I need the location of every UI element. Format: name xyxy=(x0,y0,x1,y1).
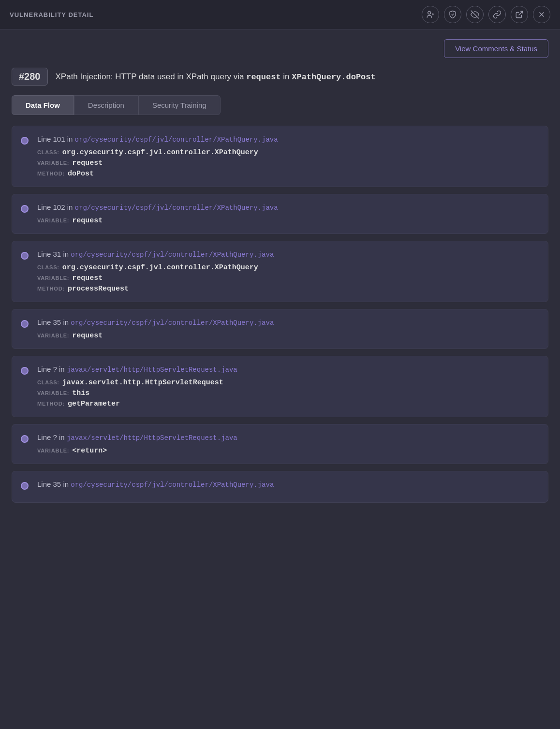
titlebar-actions xyxy=(422,6,550,23)
meta-label: VARIABLE: xyxy=(37,160,69,166)
flow-meta: CLASS:javax.servlet.http.HttpServletRequ… xyxy=(37,379,538,408)
flow-dot-icon xyxy=(21,205,29,213)
vulnerability-id: #280 xyxy=(12,68,48,86)
vulnerability-variable: request xyxy=(246,73,280,82)
flow-meta-row: VARIABLE:request xyxy=(37,217,538,225)
flow-meta-row: VARIABLE:request xyxy=(37,159,538,167)
flow-meta-row: METHOD:processRequest xyxy=(37,285,538,293)
flow-file-line: Line ? in javax/servlet/http/HttpServlet… xyxy=(37,365,538,374)
meta-value: request xyxy=(72,274,103,282)
view-comments-button[interactable]: View Comments & Status xyxy=(444,39,548,58)
titlebar: VULNERABILITY DETAIL xyxy=(0,0,560,29)
flow-file-line: Line 35 in org/cysecurity/cspf/jvl/contr… xyxy=(37,480,538,489)
flow-dot-icon xyxy=(21,252,29,260)
vulnerability-detail-window: VULNERABILITY DETAIL xyxy=(0,0,560,729)
flow-file-link[interactable]: org/cysecurity/cspf/jvl/controller/XPath… xyxy=(71,481,274,489)
flow-file-line: Line 31 in org/cysecurity/cspf/jvl/contr… xyxy=(37,250,538,259)
meta-value: org.cysecurity.cspf.jvl.controller.XPath… xyxy=(62,263,258,272)
flow-file-link[interactable]: org/cysecurity/cspf/jvl/controller/XPath… xyxy=(71,319,274,327)
flow-meta-row: METHOD:doPost xyxy=(37,170,538,178)
flow-meta-row: VARIABLE:request xyxy=(37,274,538,282)
flow-meta: VARIABLE:request xyxy=(37,332,538,340)
meta-label: VARIABLE: xyxy=(37,448,69,453)
flow-file-link[interactable]: javax/servlet/http/HttpServletRequest.ja… xyxy=(67,434,237,442)
meta-value: request xyxy=(72,159,103,167)
meta-value: <return> xyxy=(72,447,107,455)
meta-value: doPost xyxy=(68,170,94,178)
add-user-button[interactable] xyxy=(422,6,439,23)
link-button[interactable] xyxy=(488,6,506,23)
svg-line-4 xyxy=(519,11,523,15)
meta-value: getParameter xyxy=(68,400,120,408)
meta-value: processRequest xyxy=(68,285,129,293)
close-button[interactable] xyxy=(533,6,550,23)
flow-item: Line 102 in org/cysecurity/cspf/jvl/cont… xyxy=(12,194,548,234)
flow-meta-row: VARIABLE:this xyxy=(37,389,538,397)
flow-file-link[interactable]: org/cysecurity/cspf/jvl/controller/XPath… xyxy=(75,204,278,212)
flow-file-line: Line 102 in org/cysecurity/cspf/jvl/cont… xyxy=(37,203,538,212)
flow-meta-row: METHOD:getParameter xyxy=(37,400,538,408)
flow-item: Line ? in javax/servlet/http/HttpServlet… xyxy=(12,356,548,417)
meta-label: VARIABLE: xyxy=(37,333,69,338)
flow-meta-row: CLASS:org.cysecurity.cspf.jvl.controller… xyxy=(37,263,538,272)
meta-value: request xyxy=(72,332,103,340)
meta-label: METHOD: xyxy=(37,286,65,292)
tab-bar: Data Flow Description Security Training xyxy=(12,95,221,115)
flow-file-link[interactable]: javax/servlet/http/HttpServletRequest.ja… xyxy=(67,366,237,374)
meta-label: VARIABLE: xyxy=(37,218,69,223)
meta-value: org.cysecurity.cspf.jvl.controller.XPath… xyxy=(62,148,258,157)
tab-data-flow[interactable]: Data Flow xyxy=(12,95,74,115)
meta-label: METHOD: xyxy=(37,171,65,176)
eye-hide-button[interactable] xyxy=(466,6,484,23)
meta-value: request xyxy=(72,217,103,225)
flow-dot-icon xyxy=(21,435,29,443)
flow-meta: CLASS:org.cysecurity.cspf.jvl.controller… xyxy=(37,263,538,293)
flow-file-line: Line ? in javax/servlet/http/HttpServlet… xyxy=(37,433,538,442)
flow-dot-icon xyxy=(21,482,29,490)
shield-button[interactable] xyxy=(444,6,461,23)
meta-value: javax.servlet.http.HttpServletRequest xyxy=(62,379,223,387)
flow-file-line: Line 35 in org/cysecurity/cspf/jvl/contr… xyxy=(37,318,538,327)
flow-item: Line 31 in org/cysecurity/cspf/jvl/contr… xyxy=(12,241,548,302)
flow-file-link[interactable]: org/cysecurity/cspf/jvl/controller/XPath… xyxy=(71,251,274,259)
flow-item: Line 35 in org/cysecurity/cspf/jvl/contr… xyxy=(12,471,548,503)
flow-item: Line ? in javax/servlet/http/HttpServlet… xyxy=(12,424,548,464)
vulnerability-class: XPathQuery.doPost xyxy=(292,73,375,82)
vulnerability-title: XPath Injection: HTTP data used in XPath… xyxy=(56,72,376,82)
meta-label: METHOD: xyxy=(37,401,65,407)
meta-value: this xyxy=(72,389,89,397)
flow-meta-row: VARIABLE:request xyxy=(37,332,538,340)
flow-dot-icon xyxy=(21,367,29,375)
vulnerability-header: #280 XPath Injection: HTTP data used in … xyxy=(12,68,548,86)
flow-dot-icon xyxy=(21,137,29,145)
flow-meta: VARIABLE:<return> xyxy=(37,447,538,455)
flow-file-link[interactable]: org/cysecurity/cspf/jvl/controller/XPath… xyxy=(75,136,278,144)
top-actions: View Comments & Status xyxy=(12,39,548,58)
meta-label: VARIABLE: xyxy=(37,390,69,396)
meta-label: CLASS: xyxy=(37,264,59,270)
svg-point-0 xyxy=(428,11,431,14)
main-content: View Comments & Status #280 XPath Inject… xyxy=(0,29,560,729)
flow-dot-icon xyxy=(21,320,29,328)
meta-label: CLASS: xyxy=(37,149,59,155)
tab-security-training[interactable]: Security Training xyxy=(138,95,221,115)
meta-label: VARIABLE: xyxy=(37,275,69,281)
flow-meta-row: CLASS:org.cysecurity.cspf.jvl.controller… xyxy=(37,148,538,157)
flow-item: Line 35 in org/cysecurity/cspf/jvl/contr… xyxy=(12,309,548,349)
flow-meta-row: VARIABLE:<return> xyxy=(37,447,538,455)
external-link-button[interactable] xyxy=(511,6,528,23)
flow-meta: CLASS:org.cysecurity.cspf.jvl.controller… xyxy=(37,148,538,178)
flow-meta-row: CLASS:javax.servlet.http.HttpServletRequ… xyxy=(37,379,538,387)
data-flow-list: Line 101 in org/cysecurity/cspf/jvl/cont… xyxy=(12,126,548,503)
tab-description[interactable]: Description xyxy=(74,95,138,115)
flow-file-line: Line 101 in org/cysecurity/cspf/jvl/cont… xyxy=(37,135,538,144)
flow-item: Line 101 in org/cysecurity/cspf/jvl/cont… xyxy=(12,126,548,187)
window-title: VULNERABILITY DETAIL xyxy=(10,11,93,18)
meta-label: CLASS: xyxy=(37,379,59,385)
flow-meta: VARIABLE:request xyxy=(37,217,538,225)
